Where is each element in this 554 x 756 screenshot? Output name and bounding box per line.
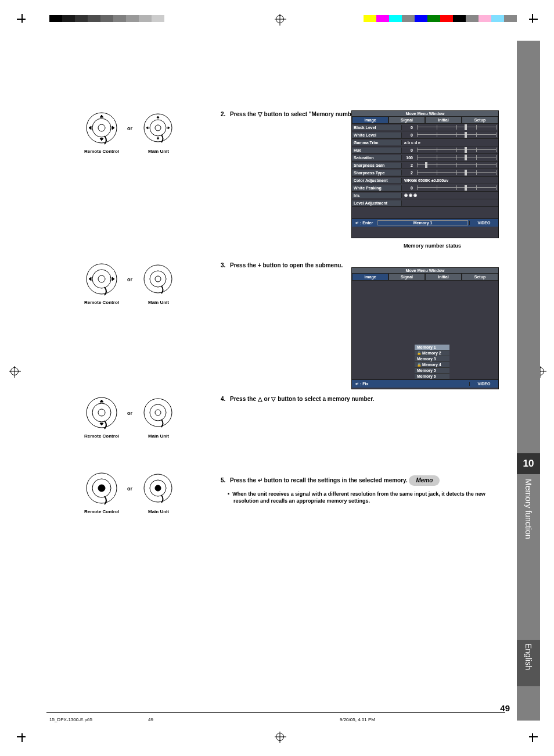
memory-list-item: Memory 3 bbox=[415, 356, 449, 362]
registration-mark-top bbox=[276, 15, 284, 23]
osd-row: Gamma Trima b c d e bbox=[352, 139, 498, 146]
svg-point-14 bbox=[98, 409, 105, 416]
page-number: 49 bbox=[500, 703, 510, 713]
remote-label: Remote Control bbox=[84, 433, 126, 439]
remote-label: Remote Control bbox=[84, 300, 126, 305]
svg-point-10 bbox=[150, 271, 166, 287]
memory-list-item: Memory 5 bbox=[415, 368, 449, 374]
step-5-text: 5.Press the ↵ button to recall the setti… bbox=[221, 471, 488, 504]
step-5-row: or Remote ControlMain Unit 5.Press the ↵… bbox=[84, 471, 488, 514]
osd-row: Iris◉ ◉ ◉ bbox=[352, 192, 498, 199]
osd-row: White Peaking0 bbox=[352, 184, 498, 192]
remote-label: Remote Control bbox=[84, 149, 126, 154]
memo-bullet: • When the unit receives a signal with a… bbox=[228, 490, 488, 504]
svg-point-23 bbox=[155, 485, 161, 491]
osd-tab: Initial bbox=[425, 116, 462, 124]
registration-mark-bottom bbox=[276, 733, 284, 741]
osd-tab: Image bbox=[352, 116, 388, 124]
osd-row: Saturation100 bbox=[352, 154, 498, 162]
osd-foot-fix: ↵ : Fix bbox=[352, 382, 372, 386]
language-label: English bbox=[524, 643, 533, 670]
or-label: or bbox=[127, 410, 132, 416]
osd-tab: Setup bbox=[462, 116, 498, 124]
osd-tab: Image bbox=[352, 273, 388, 281]
main-unit-label: Main Unit bbox=[148, 433, 169, 439]
svg-point-9 bbox=[144, 265, 172, 293]
up-triangle-icon: △ bbox=[258, 396, 262, 402]
osd-foot-memory: Memory 1 bbox=[377, 220, 468, 225]
osd-menu-screenshot-2: Move Menu Window ImageSignalInitialSetup… bbox=[351, 267, 499, 389]
main-unit-dial-icon bbox=[141, 395, 175, 431]
memory-list-item: Memory 1 bbox=[415, 345, 449, 350]
main-unit-label: Main Unit bbox=[148, 149, 169, 154]
remote-dial-icon bbox=[84, 261, 119, 298]
memory-list-item: Memory 2 bbox=[415, 350, 449, 356]
side-margin-gray bbox=[517, 41, 540, 721]
osd-row: Hue0 bbox=[352, 146, 498, 154]
svg-point-7 bbox=[92, 270, 111, 288]
svg-point-1 bbox=[92, 119, 111, 137]
remote-dial-icon bbox=[84, 395, 119, 431]
osd-tab: Signal bbox=[388, 273, 425, 281]
osd-menu-screenshot-1: Move Menu Window ImageSignalInitialSetup… bbox=[351, 110, 499, 238]
main-unit-label: Main Unit bbox=[148, 300, 169, 305]
grayscale-color-bar bbox=[49, 15, 164, 22]
main-unit-label: Main Unit bbox=[148, 509, 169, 514]
footer-sheet: 49 bbox=[148, 717, 153, 722]
footer-rule bbox=[46, 712, 505, 713]
memory-list: Memory 1Memory 2Memory 3Memory 4Memory 5… bbox=[415, 345, 449, 379]
down-triangle-icon: ▽ bbox=[258, 111, 262, 117]
main-unit-dial-icon bbox=[141, 471, 175, 507]
osd-foot-enter: ↵ : Enter bbox=[352, 221, 376, 225]
osd-tab: Signal bbox=[388, 116, 425, 124]
svg-point-8 bbox=[98, 275, 105, 282]
osd-tab: Setup bbox=[462, 273, 498, 281]
language-tab: English bbox=[517, 640, 540, 686]
main-unit-dial-icon bbox=[141, 261, 175, 298]
memory-list-item: Memory 4 bbox=[415, 362, 449, 368]
osd-row: Sharpness Type2 bbox=[352, 169, 498, 177]
chapter-title: Memory function bbox=[524, 479, 533, 539]
enter-icon: ↵ bbox=[258, 477, 262, 483]
remote-dial-icon bbox=[84, 471, 119, 507]
svg-point-4 bbox=[150, 120, 166, 136]
cmyk-color-bar bbox=[364, 15, 517, 22]
footer-datetime: 9/20/05, 4:01 PM bbox=[340, 717, 375, 722]
svg-point-17 bbox=[155, 410, 161, 415]
registration-mark-left bbox=[10, 367, 19, 375]
memory-list-item: Memory 6 bbox=[415, 374, 449, 379]
memo-badge: Memo bbox=[409, 475, 440, 486]
osd-foot-video: VIDEO bbox=[469, 382, 498, 386]
main-unit-dial-icon bbox=[141, 110, 175, 146]
svg-point-11 bbox=[155, 276, 161, 282]
osd-caption: Memory number status bbox=[404, 243, 461, 249]
osd-row: Color AdjustmentWRGB 6500K ±0.000uv bbox=[352, 177, 498, 184]
osd-row: Sharpness Gain2 bbox=[352, 162, 498, 169]
osd-row: White Level0 bbox=[352, 131, 498, 139]
osd-title: Move Menu Window bbox=[352, 268, 498, 273]
osd-tab: Initial bbox=[425, 273, 462, 281]
footer-filename: 15_DPX-1300-E.p65 bbox=[49, 717, 92, 722]
osd-foot-video: VIDEO bbox=[469, 221, 498, 225]
svg-point-20 bbox=[98, 485, 105, 492]
osd-row: Black Level0 bbox=[352, 124, 498, 131]
chapter-number: 10 bbox=[517, 453, 540, 474]
osd-title: Move Menu Window bbox=[352, 111, 498, 116]
or-label: or bbox=[127, 277, 132, 282]
or-label: or bbox=[127, 126, 132, 131]
svg-point-15 bbox=[144, 399, 172, 427]
svg-point-5 bbox=[155, 125, 161, 131]
svg-point-16 bbox=[150, 404, 166, 421]
step-4-text: 4.Press the △ or ▽ button to select a me… bbox=[221, 395, 488, 403]
remote-label: Remote Control bbox=[84, 509, 126, 514]
osd-row: Level Adjustment bbox=[352, 199, 498, 207]
or-label: or bbox=[127, 486, 132, 492]
chapter-tab: 10 Memory function bbox=[517, 453, 540, 599]
svg-point-2 bbox=[98, 124, 105, 131]
step-4-row: or Remote ControlMain Unit 4.Press the △… bbox=[84, 395, 488, 439]
remote-dial-icon bbox=[84, 110, 119, 146]
svg-point-13 bbox=[92, 403, 111, 422]
